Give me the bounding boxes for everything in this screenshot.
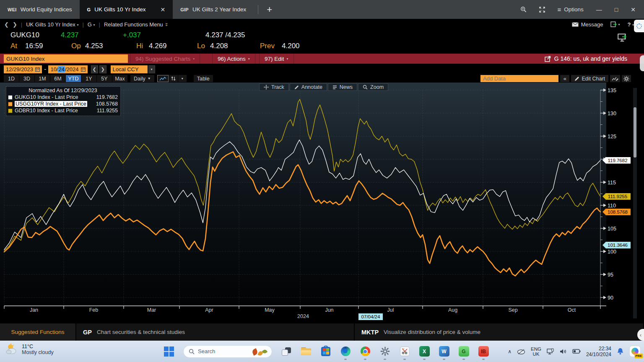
selected-date-part: 24 bbox=[58, 66, 65, 72]
options-menu[interactable]: ≡Options bbox=[558, 6, 584, 13]
x-axis-month-label: Jan bbox=[30, 307, 38, 313]
taskbar-task-view-icon[interactable] bbox=[281, 346, 292, 357]
taskbar-excel-icon[interactable]: X bbox=[419, 346, 430, 357]
chart-tool-track[interactable]: Track bbox=[259, 83, 289, 91]
scrollbar-thumb[interactable] bbox=[634, 107, 636, 158]
range-1m[interactable]: 1M bbox=[35, 75, 50, 82]
security-menu[interactable]: UK Gilts 10 Yr Index ▾ bbox=[26, 21, 78, 28]
new-tab-button[interactable]: + bbox=[262, 4, 276, 15]
tab-close-icon[interactable]: ✕ bbox=[160, 6, 165, 13]
message-button[interactable]: Message bbox=[572, 21, 603, 28]
compare-updown-button[interactable] bbox=[169, 75, 178, 82]
chart-scrollbar[interactable] bbox=[633, 88, 637, 318]
clock-widget[interactable]: 22:3424/10/2024 bbox=[586, 346, 611, 357]
taskbar-file-explorer-icon[interactable] bbox=[301, 346, 312, 357]
chart-tool-annotate[interactable]: Annotate bbox=[290, 83, 327, 91]
range-5y[interactable]: 5Y bbox=[97, 75, 112, 82]
function-navbar: ❮ ❯ | UK Gilts 10 Yr Index ▾ | G ▾ | Rel… bbox=[0, 19, 644, 30]
range-1d[interactable]: 1D bbox=[4, 75, 19, 82]
suggested-functions-bar: Suggested Functions GP Chart securities … bbox=[0, 323, 644, 341]
svg-text:110: 110 bbox=[608, 203, 616, 209]
taskbar-word-icon[interactable]: W bbox=[439, 346, 449, 357]
table-button[interactable]: Table bbox=[194, 75, 213, 82]
tab-gip[interactable]: GIPUK Gilts 2 Year Index bbox=[173, 0, 254, 19]
add-data-input[interactable] bbox=[480, 75, 558, 82]
actions-menu[interactable]: 96) Actions▾ bbox=[212, 54, 255, 64]
legend-item-gdbr10[interactable]: GDBR10 Index - Last Price111.9255 bbox=[8, 107, 118, 114]
start-button[interactable] bbox=[164, 346, 174, 357]
quote-at-value: 16:59 bbox=[25, 42, 43, 50]
minimize-button[interactable]: — bbox=[596, 6, 602, 13]
related-functions-menu[interactable]: Related Functions Menu ⌄⌄ bbox=[104, 21, 169, 28]
edge-panel-widget[interactable] bbox=[634, 20, 644, 32]
range-6m[interactable]: 6M bbox=[50, 75, 65, 82]
copilot-button[interactable]: PRE bbox=[629, 346, 641, 357]
range-max[interactable]: Max bbox=[112, 75, 127, 82]
fn-item-mktp[interactable]: MKTP Visualize distribution of price & v… bbox=[355, 323, 644, 341]
range-3d[interactable]: 3D bbox=[19, 75, 34, 82]
tab-wei[interactable]: WEIWorld Equity Indices bbox=[0, 0, 80, 19]
taskbar-snipping-tool-icon[interactable] bbox=[399, 346, 410, 357]
nav-forward-button[interactable]: ❯ bbox=[13, 21, 17, 28]
terminal-titlebar: WEIWorld Equity IndicesGUK Gilts 10 Yr I… bbox=[0, 0, 644, 19]
weather-widget[interactable]: 11°CMostly cloudy bbox=[5, 343, 54, 356]
legend-item-gukg10[interactable]: GUKG10 Index - Last Price119.7682 bbox=[8, 94, 118, 101]
function-letter-menu[interactable]: G ▾ bbox=[88, 21, 95, 28]
date-next-button[interactable]: ❯ bbox=[99, 65, 106, 73]
monitor-launch-icon[interactable] bbox=[617, 33, 627, 42]
taskbar-chrome-icon[interactable] bbox=[360, 346, 371, 357]
language-indicator[interactable]: ENGUK bbox=[531, 346, 541, 357]
taskbar-settings-icon[interactable] bbox=[379, 346, 390, 357]
line-chart-type-button[interactable] bbox=[157, 75, 169, 82]
tab-strip: WEIWorld Equity IndicesGUK Gilts 10 Yr I… bbox=[0, 0, 254, 19]
collapse-panel-button[interactable]: « bbox=[560, 75, 569, 82]
legend-swatch bbox=[8, 95, 13, 100]
battery-icon[interactable] bbox=[572, 349, 581, 354]
notification-bell-icon[interactable] bbox=[617, 348, 624, 355]
currency-dropdown-button[interactable]: ▾ bbox=[148, 65, 155, 73]
chart-settings-gear-icon[interactable] bbox=[622, 75, 631, 82]
help-menu[interactable]: ? ▾ bbox=[627, 21, 634, 28]
x-axis-month-label: May bbox=[265, 307, 275, 313]
fn-item-gp[interactable]: GP Chart securities & technical studies bbox=[76, 323, 355, 341]
chart-reference-link[interactable]: G 146: us, uk and ger yields bbox=[545, 54, 627, 64]
volume-icon[interactable] bbox=[560, 349, 567, 354]
tray-overflow-chevron[interactable]: ∧ bbox=[508, 349, 512, 354]
network-icon[interactable] bbox=[547, 348, 554, 354]
chart-tool-news[interactable]: News bbox=[328, 83, 357, 91]
tab-code: G bbox=[87, 7, 91, 12]
taskbar-edge-icon[interactable] bbox=[340, 346, 351, 357]
export-panel-button[interactable]: ▾ bbox=[610, 21, 620, 27]
expand-icon[interactable] bbox=[539, 7, 545, 13]
quote-high-label: Hi bbox=[136, 42, 143, 50]
chart-annotate-icon-button[interactable] bbox=[610, 75, 620, 82]
currency-select[interactable]: Local CCY bbox=[111, 65, 148, 73]
search-input[interactable]: Search bbox=[183, 345, 272, 358]
edit-menu[interactable]: 97) Edit▾ bbox=[259, 54, 294, 64]
legend-item-usgg10yr[interactable]: USGG10YR Index - Last Price108.5768 bbox=[8, 101, 118, 107]
ticker-input[interactable] bbox=[4, 54, 128, 63]
svg-text:105: 105 bbox=[608, 226, 616, 232]
range-1y[interactable]: 1Y bbox=[81, 75, 96, 82]
to-date-input[interactable]: 10/24/2024 bbox=[48, 65, 87, 73]
frequency-select[interactable]: Daily▼ bbox=[130, 75, 154, 82]
tab-g[interactable]: GUK Gilts 10 Yr Index✕ bbox=[80, 0, 173, 19]
axis-price-label: 111.9255 bbox=[602, 193, 631, 200]
close-button[interactable]: ✕ bbox=[631, 6, 636, 13]
news-icon bbox=[332, 85, 337, 90]
from-date-input[interactable]: 12/29/2023 bbox=[4, 65, 42, 73]
date-prev-button[interactable]: ❮ bbox=[91, 65, 98, 73]
chart-tool-zoom[interactable]: Zoom bbox=[358, 83, 388, 91]
taskbar-microsoft-store-icon[interactable] bbox=[320, 346, 331, 357]
taskbar-g-app-icon[interactable]: G bbox=[458, 346, 469, 357]
range-ytd[interactable]: YTD bbox=[66, 75, 81, 82]
maximize-button[interactable]: □ bbox=[615, 6, 618, 13]
envelope-icon bbox=[572, 22, 579, 27]
nav-back-button[interactable]: ❮ bbox=[4, 21, 9, 28]
chart-type-dropdown[interactable]: ▾ bbox=[178, 75, 187, 82]
edit-chart-button[interactable]: Edit Chart bbox=[571, 75, 608, 82]
onedrive-paused-icon[interactable] bbox=[517, 349, 525, 354]
suggested-charts-menu[interactable]: 94) Suggested Charts▾ bbox=[130, 54, 200, 64]
search-plus-icon[interactable] bbox=[520, 6, 527, 13]
taskbar-ib-app-icon[interactable]: IB bbox=[478, 346, 489, 357]
